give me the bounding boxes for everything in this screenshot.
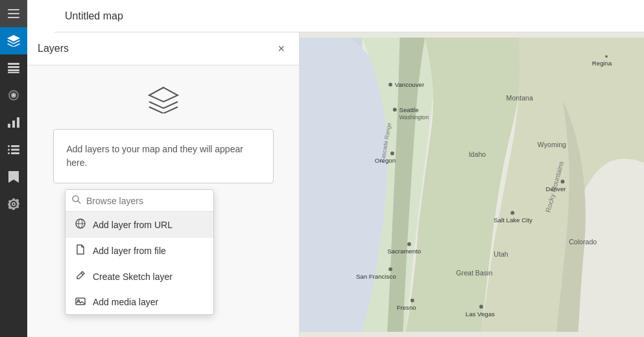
svg-text:Salt Lake City: Salt Lake City <box>494 216 532 224</box>
svg-point-11 <box>8 145 10 147</box>
media-icon <box>75 296 86 308</box>
svg-rect-10 <box>17 117 19 128</box>
page-title: Untitled map <box>65 10 123 22</box>
empty-message-text: Add layers to your map and they will app… <box>67 144 243 168</box>
svg-rect-12 <box>11 145 19 147</box>
add-media-item[interactable]: Add media layer <box>66 290 213 314</box>
svg-point-34 <box>510 211 514 215</box>
svg-point-38 <box>605 55 608 58</box>
main-area: Untitled map Vancouver Seattle Washingto… <box>27 0 644 337</box>
svg-text:Seattle: Seattle <box>400 106 419 113</box>
create-sketch-label: Create Sketch layer <box>93 272 173 282</box>
nav-list-icon[interactable] <box>0 136 27 163</box>
browse-layers-input[interactable] <box>86 196 207 206</box>
nav-menu-icon[interactable] <box>0 0 27 27</box>
nav-analysis-icon[interactable] <box>0 82 27 109</box>
svg-text:Great Basin: Great Basin <box>456 269 492 277</box>
svg-text:Wyoming: Wyoming <box>538 141 566 148</box>
layers-panel-title: Layers <box>38 43 69 54</box>
svg-point-19 <box>388 83 392 87</box>
svg-text:Colorado: Colorado <box>569 238 597 246</box>
svg-rect-9 <box>12 121 15 128</box>
svg-text:Sacramento: Sacramento <box>387 248 421 255</box>
svg-rect-16 <box>11 152 19 154</box>
dropdown-menu: Add layer from URL Add layer from file C… <box>65 189 214 315</box>
svg-text:Las Vegas: Las Vegas <box>466 310 495 318</box>
svg-point-15 <box>8 152 10 154</box>
svg-text:Vancouver: Vancouver <box>395 81 425 88</box>
svg-text:Fresno: Fresno <box>397 304 416 311</box>
svg-point-24 <box>390 152 394 156</box>
svg-rect-2 <box>8 17 19 18</box>
add-layer-url-item[interactable]: Add layer from URL <box>66 212 213 238</box>
nav-layers-icon[interactable] <box>0 27 27 54</box>
svg-point-21 <box>393 108 397 111</box>
add-media-label: Add media layer <box>93 297 158 307</box>
nav-settings-icon[interactable] <box>0 191 27 218</box>
svg-rect-4 <box>8 66 19 68</box>
svg-line-53 <box>81 273 83 275</box>
file-icon <box>75 244 86 257</box>
svg-rect-5 <box>8 69 19 71</box>
nav-bar <box>0 0 27 337</box>
svg-text:Regina: Regina <box>592 60 612 67</box>
svg-point-26 <box>407 242 411 246</box>
svg-text:Montana: Montana <box>507 94 533 102</box>
add-layer-file-label: Add layer from file <box>93 246 166 256</box>
map-area[interactable]: Vancouver Seattle Washington Oregon Sacr… <box>300 32 644 337</box>
svg-point-48 <box>73 196 78 202</box>
nav-bookmark-icon[interactable] <box>0 163 27 191</box>
svg-point-13 <box>8 149 10 151</box>
svg-point-7 <box>12 94 15 97</box>
add-layer-file-item[interactable]: Add layer from file <box>66 238 213 264</box>
empty-message-box: Add layers to your map and they will app… <box>53 129 274 183</box>
svg-rect-14 <box>11 149 19 151</box>
dropdown-search-bar <box>66 190 213 212</box>
svg-point-36 <box>561 180 565 183</box>
svg-line-49 <box>78 201 80 203</box>
layers-stack-icon <box>147 85 180 116</box>
close-button[interactable]: × <box>274 41 289 56</box>
nav-chart-icon[interactable] <box>0 109 27 136</box>
nav-table-icon[interactable] <box>0 54 27 82</box>
svg-point-28 <box>388 267 392 271</box>
svg-rect-3 <box>8 63 19 65</box>
svg-rect-1 <box>8 13 19 14</box>
sketch-icon <box>75 270 86 283</box>
svg-point-30 <box>411 299 414 303</box>
create-sketch-item[interactable]: Create Sketch layer <box>66 264 213 290</box>
svg-rect-6 <box>8 72 19 73</box>
svg-text:San Francisco: San Francisco <box>356 273 396 280</box>
url-icon <box>75 218 86 231</box>
add-layer-url-label: Add layer from URL <box>93 220 173 230</box>
svg-text:Washington: Washington <box>400 114 429 121</box>
search-icon <box>72 195 81 206</box>
svg-rect-0 <box>8 9 19 10</box>
svg-text:Idaho: Idaho <box>469 150 486 158</box>
svg-rect-8 <box>8 124 10 128</box>
header: Untitled map <box>54 0 644 32</box>
svg-point-32 <box>479 305 483 308</box>
svg-text:Utah: Utah <box>494 250 508 258</box>
layers-panel-header: Layers × <box>27 32 299 65</box>
